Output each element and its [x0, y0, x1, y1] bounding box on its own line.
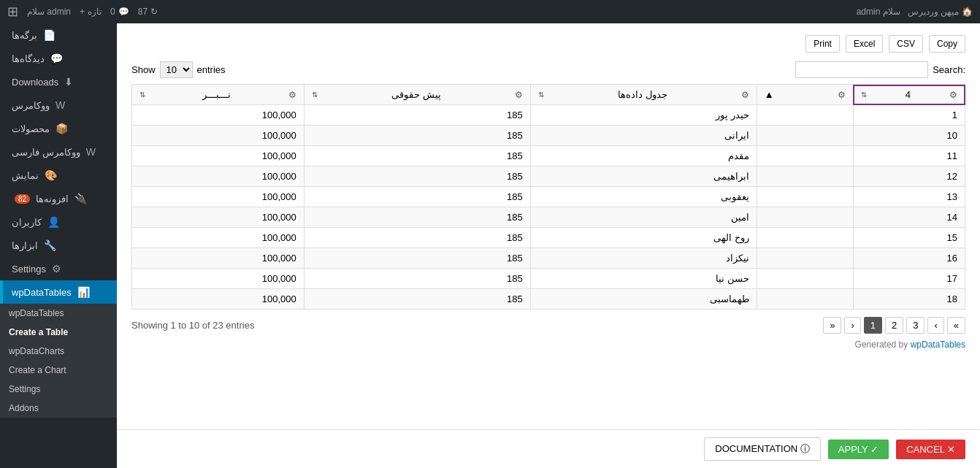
comment-icon: 💬: [118, 7, 129, 17]
table-cell: [757, 207, 853, 228]
sidebar-item-products[interactable]: 📦 محصولات: [0, 117, 117, 140]
sidebar-item-comments[interactable]: 💬 دیدگاه‌ها: [0, 47, 117, 70]
sidebar-item-woocommerce-fa[interactable]: W ووکامرس فارسی: [0, 140, 117, 164]
search-label: :Search: [933, 64, 965, 75]
col-header-arrow: ⚙ ▲: [757, 85, 853, 105]
table-cell: 100,000: [132, 105, 305, 126]
col-pish-gear-icon[interactable]: ⚙: [515, 90, 523, 100]
sidebar-item-users[interactable]: 👤 کاربران: [0, 210, 117, 234]
table-cell: 17: [853, 269, 965, 289]
table-cell: [757, 146, 853, 166]
posts-icon: 📄: [43, 29, 55, 41]
content-area: Print Excel CSV Copy Show 10 25 50 entri…: [117, 23, 980, 468]
table-row: 10ایرانی185100,000: [132, 126, 965, 146]
wp-logo-icon: ⊞: [7, 4, 18, 20]
table-cell: ایرانی: [530, 126, 757, 146]
sidebar-item-posts[interactable]: 📄 برگه‌ها: [0, 23, 117, 47]
page-3-btn[interactable]: 3: [906, 317, 925, 334]
show-label: Show: [131, 64, 156, 75]
sidebar-item-tools[interactable]: 🔧 ابزارها: [0, 234, 117, 257]
woo-fa-icon: W: [86, 146, 96, 158]
admin-bar-updates[interactable]: 87 ↻: [138, 7, 158, 17]
admin-bar-comments[interactable]: 0 💬: [110, 7, 129, 17]
search-box: :Search: [795, 61, 965, 78]
col4-sort-icon[interactable]: ⇅: [861, 91, 867, 99]
table-cell: مقدم: [530, 146, 757, 166]
sidebar-sub-wpdatacharts[interactable]: wpDataCharts: [0, 342, 117, 361]
pagination-buttons: » › 3 2 1 ‹ «: [823, 317, 965, 334]
update-icon: ↻: [150, 7, 158, 17]
col-pish-sort-icon[interactable]: ⇅: [312, 91, 318, 99]
table-cell: ابراهیمی: [530, 166, 757, 187]
table-cell: 100,000: [132, 269, 305, 289]
page-next-btn[interactable]: ›: [927, 317, 943, 334]
sidebar-sub-settings[interactable]: Settings: [0, 380, 117, 399]
sidebar-sub-create-table[interactable]: Create a Table: [0, 323, 117, 342]
sidebar-item-label: ابزارها: [12, 240, 38, 251]
documentation-button[interactable]: DOCUMENTATION ⓘ: [704, 437, 821, 461]
col-jadwal-label: جدول داده‌ها: [618, 89, 667, 100]
apply-button[interactable]: APPLY ✓: [828, 440, 889, 459]
sidebar-item-woocommerce[interactable]: W ووکامرس: [0, 93, 117, 117]
excel-button[interactable]: Excel: [846, 35, 883, 53]
page-1-btn[interactable]: 1: [864, 317, 882, 334]
admin-bar-new[interactable]: + تازه: [80, 7, 102, 17]
sidebar-item-label: افزونه‌ها: [36, 193, 69, 204]
table-cell: حسن نیا: [530, 269, 757, 289]
table-cell: 185: [304, 187, 530, 207]
page-2-btn[interactable]: 2: [885, 317, 903, 334]
csv-button[interactable]: CSV: [889, 35, 923, 53]
table-cell: 14: [853, 207, 965, 228]
table-cell: 185: [304, 105, 530, 126]
page-first-btn[interactable]: «: [823, 317, 841, 334]
table-cell: 185: [304, 228, 530, 248]
sidebar-sub-wpdatatables[interactable]: wpDataTables: [0, 304, 117, 323]
page-last-btn[interactable]: »: [947, 317, 965, 334]
sidebar-item-plugins[interactable]: 🔌 افزونه‌ها 82: [0, 187, 117, 210]
col-pish-label: پیش حقوقی: [391, 89, 441, 100]
sidebar-item-downloads[interactable]: ⬇ Downloads: [0, 70, 117, 93]
table-cell: نیکزاد: [530, 248, 757, 269]
sidebar-item-appearance[interactable]: 🎨 نمایش: [0, 164, 117, 187]
col-arrow-gear-icon[interactable]: ⚙: [838, 90, 846, 100]
sidebar-sub-addons[interactable]: Addons: [0, 399, 117, 418]
sidebar-item-label: نمایش: [12, 170, 39, 181]
copy-button[interactable]: Copy: [929, 35, 965, 53]
search-input[interactable]: [795, 61, 928, 78]
col-nasir-gear-icon[interactable]: ⚙: [288, 90, 296, 100]
table-cell: [757, 228, 853, 248]
table-cell: 1: [853, 105, 965, 126]
plugins-badge: 82: [15, 194, 30, 204]
page-prev-btn[interactable]: ‹: [844, 317, 860, 334]
col-nasir-sort-icon[interactable]: ⇅: [139, 91, 145, 99]
table-toolbar: Print Excel CSV Copy: [131, 35, 965, 53]
print-button[interactable]: Print: [805, 35, 840, 53]
table-header-row: ⚙ 4 ⇅ ⚙ ▲: [132, 85, 965, 105]
sidebar-item-wpdatatables[interactable]: 📊 wpDataTables: [0, 280, 117, 304]
cancel-button[interactable]: CANCEL ✕: [896, 440, 965, 459]
wpdatatables-link[interactable]: wpDataTables: [911, 340, 965, 350]
admin-bar-site-name[interactable]: سلام admin: [27, 7, 71, 17]
table-cell: 11: [853, 146, 965, 166]
col4-gear-icon[interactable]: ⚙: [949, 90, 957, 100]
table-cell: [757, 289, 853, 310]
table-cell: [757, 105, 853, 126]
pagination-row: Showing 1 to 10 of 23 entries » › 3 2 1 …: [131, 317, 965, 334]
table-cell: 100,000: [132, 289, 305, 310]
table-row: 16نیکزاد185100,000: [132, 248, 965, 269]
table-cell: 185: [304, 248, 530, 269]
admin-bar-home[interactable]: 🏠 میهن وردپرس: [908, 7, 973, 17]
table-controls: Show 10 25 50 entries :Search: [131, 61, 965, 78]
col-jadwal-sort-icon[interactable]: ⇅: [538, 91, 544, 99]
products-icon: 📦: [55, 123, 68, 134]
entries-select[interactable]: 10 25 50: [160, 61, 193, 78]
table-cell: [757, 126, 853, 146]
sidebar-sub-create-chart[interactable]: Create a Chart: [0, 361, 117, 380]
col-jadwal-gear-icon[interactable]: ⚙: [741, 90, 749, 100]
sidebar-item-label: Settings: [12, 264, 46, 275]
sidebar-item-settings[interactable]: ⚙ Settings: [0, 257, 117, 280]
table-row: 11مقدم185100,000: [132, 146, 965, 166]
table-cell: 185: [304, 269, 530, 289]
table-cell: 13: [853, 187, 965, 207]
table-cell: حیدر پور: [530, 105, 757, 126]
